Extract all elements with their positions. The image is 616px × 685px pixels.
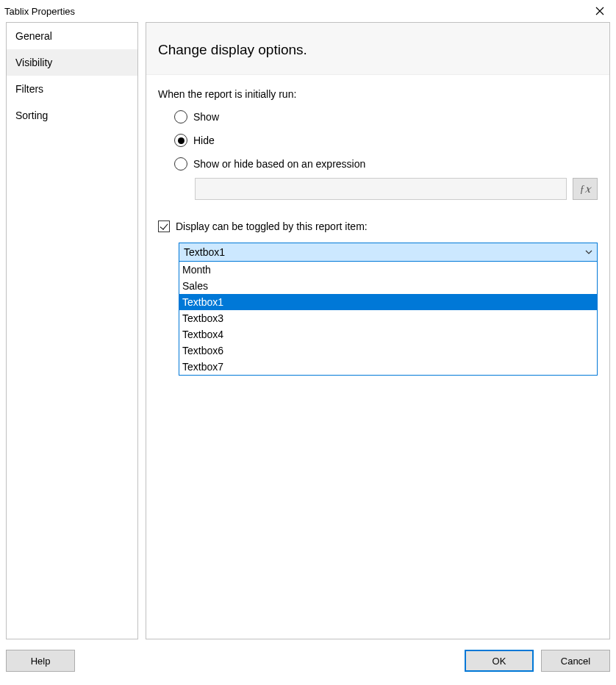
footer: Help OK Cancel <box>0 639 616 682</box>
radio-label: Show <box>193 111 219 123</box>
toggle-label: Display can be toggled by this report it… <box>176 220 368 232</box>
content-header: Change display options. <box>146 23 609 75</box>
page-title: Change display options. <box>158 42 598 58</box>
titlebar: Tablix Properties <box>0 0 616 22</box>
content-body: When the report is initially run: Show H… <box>146 75 609 389</box>
toggle-checkbox-row[interactable]: Display can be toggled by this report it… <box>158 220 598 232</box>
footer-right: OK Cancel <box>465 650 610 672</box>
radio-icon <box>174 134 187 147</box>
ok-button[interactable]: OK <box>465 650 534 672</box>
radio-hide[interactable]: Hide <box>174 134 598 147</box>
fx-icon: ƒ𝑥 <box>580 183 591 196</box>
dropdown-selected[interactable]: Textbox1 <box>179 243 598 262</box>
dropdown-option[interactable]: Textbox3 <box>179 310 597 326</box>
expression-input[interactable] <box>195 178 567 200</box>
window-title: Tablix Properties <box>4 6 75 17</box>
radio-group-initial-run: Show Hide Show or hide based on an expre… <box>158 110 598 200</box>
chevron-down-icon <box>585 246 592 258</box>
content-panel: Change display options. When the report … <box>146 22 610 639</box>
sidebar-item-visibility[interactable]: Visibility <box>7 49 137 76</box>
dropdown-option[interactable]: Textbox7 <box>179 359 597 375</box>
sidebar-item-filters[interactable]: Filters <box>7 76 137 102</box>
fx-button[interactable]: ƒ𝑥 <box>573 178 598 200</box>
checkbox-icon <box>158 220 170 232</box>
cancel-button[interactable]: Cancel <box>541 650 610 672</box>
dropdown-list: Month Sales Textbox1 Textbox3 Textbox4 T… <box>179 262 598 376</box>
radio-expression[interactable]: Show or hide based on an expression <box>174 157 598 171</box>
sidebar-item-sorting[interactable]: Sorting <box>7 102 137 129</box>
dropdown-option[interactable]: Sales <box>179 278 597 294</box>
radio-label: Hide <box>193 135 215 146</box>
dropdown-option[interactable]: Textbox6 <box>179 342 597 359</box>
radio-icon <box>174 110 187 123</box>
help-button[interactable]: Help <box>6 650 75 672</box>
initial-run-label: When the report is initially run: <box>158 88 598 100</box>
radio-icon <box>174 157 187 171</box>
main-area: General Visibility Filters Sorting Chang… <box>0 22 616 639</box>
sidebar: General Visibility Filters Sorting <box>6 22 138 639</box>
sidebar-item-general[interactable]: General <box>7 23 137 49</box>
radio-show[interactable]: Show <box>174 110 598 123</box>
dropdown-option[interactable]: Month <box>179 262 597 278</box>
dropdown-option[interactable]: Textbox1 <box>179 294 597 310</box>
expression-row: ƒ𝑥 <box>174 178 598 200</box>
close-icon[interactable] <box>591 2 609 20</box>
dropdown-selected-label: Textbox1 <box>184 246 225 258</box>
dropdown-option[interactable]: Textbox4 <box>179 326 597 342</box>
toggle-dropdown: Textbox1 Month Sales Textbox1 Textbox3 T… <box>158 243 598 376</box>
radio-label: Show or hide based on an expression <box>193 158 365 170</box>
